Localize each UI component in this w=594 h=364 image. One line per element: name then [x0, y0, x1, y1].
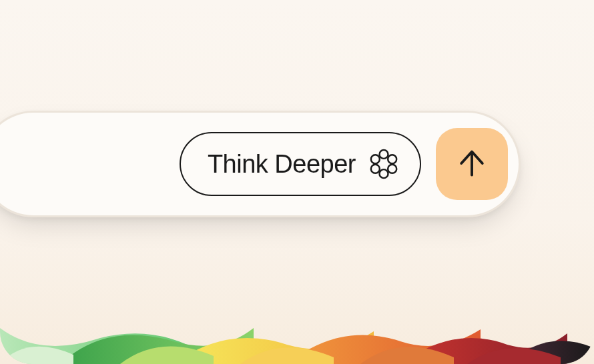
- svg-point-4: [371, 165, 380, 173]
- chat-input-bar[interactable]: Think Deeper: [0, 111, 521, 217]
- arrow-up-icon: [453, 145, 491, 184]
- think-deeper-label: Think Deeper: [208, 150, 356, 179]
- submit-button[interactable]: [436, 128, 508, 200]
- svg-point-5: [371, 155, 380, 163]
- copilot-flower-icon: [366, 147, 401, 181]
- svg-point-2: [388, 165, 396, 173]
- svg-point-3: [380, 169, 388, 178]
- wallpaper-rainbow: [0, 321, 594, 364]
- think-deeper-button[interactable]: Think Deeper: [180, 132, 421, 196]
- svg-point-1: [388, 155, 396, 163]
- svg-point-0: [380, 150, 388, 159]
